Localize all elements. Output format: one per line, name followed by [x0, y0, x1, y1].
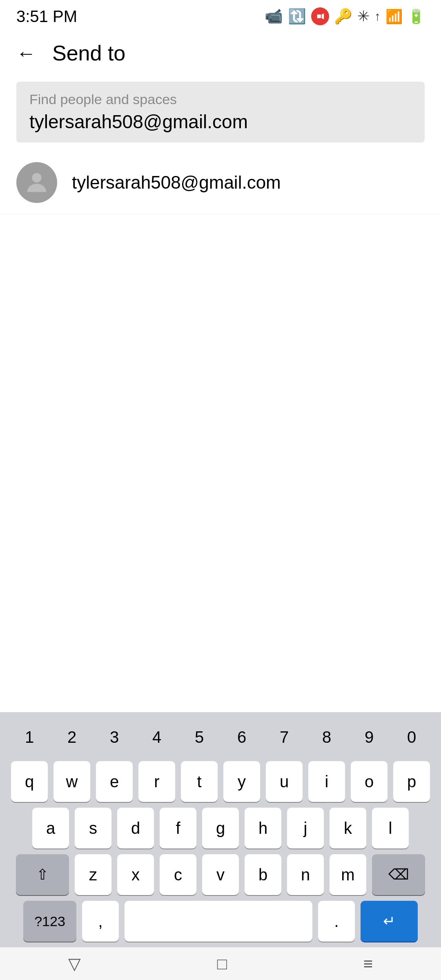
svg-point-2	[32, 173, 41, 183]
enter-key[interactable]: ↵	[361, 901, 418, 942]
key-e[interactable]: e	[96, 761, 133, 802]
battery-icon: 🔋	[408, 8, 425, 24]
keyboard[interactable]: 1 2 3 4 5 6 7 8 9 0 q w e r t y u i o p …	[0, 712, 441, 947]
nav-menu-icon[interactable]: ≡	[363, 955, 373, 973]
comma-key[interactable]: ,	[82, 901, 119, 942]
status-time: 3:51 PM	[16, 7, 77, 26]
key-8[interactable]: 8	[308, 719, 345, 755]
key-icon: 🔑	[334, 8, 352, 25]
key-m[interactable]: m	[330, 854, 366, 895]
keyboard-bottom-row: ?123 , . ↵	[0, 901, 441, 942]
search-placeholder: Find people and spaces	[29, 91, 412, 107]
key-p[interactable]: p	[393, 761, 430, 802]
shift-key[interactable]: ⇧	[16, 854, 69, 895]
key-o[interactable]: o	[351, 761, 388, 802]
signal-icon: ↑	[374, 9, 381, 23]
key-x[interactable]: x	[117, 854, 154, 895]
backspace-key[interactable]: ⌫	[372, 854, 425, 895]
back-button[interactable]: ←	[16, 42, 36, 65]
key-2[interactable]: 2	[53, 719, 90, 755]
record-icon	[311, 7, 329, 25]
key-f[interactable]: f	[160, 808, 196, 849]
video-call-icon: 📹	[265, 8, 283, 25]
key-k[interactable]: k	[330, 808, 366, 849]
content-area	[0, 215, 441, 460]
svg-marker-1	[322, 13, 324, 20]
key-n[interactable]: n	[287, 854, 324, 895]
status-icons: 📹 🔃 🔑 ✳ ↑ 📶 🔋	[265, 7, 425, 25]
key-w[interactable]: w	[53, 761, 90, 802]
key-9[interactable]: 9	[351, 719, 388, 755]
space-key[interactable]	[125, 901, 312, 942]
key-y[interactable]: y	[223, 761, 260, 802]
key-t[interactable]: t	[181, 761, 218, 802]
page-title: Send to	[52, 41, 125, 65]
key-i[interactable]: i	[308, 761, 345, 802]
keyboard-row1: q w e r t y u i o p	[0, 761, 441, 802]
key-h[interactable]: h	[245, 808, 281, 849]
search-input-value[interactable]: tylersarah508@gmail.com	[29, 111, 248, 132]
key-s[interactable]: s	[75, 808, 111, 849]
key-c[interactable]: c	[160, 854, 196, 895]
keyboard-number-row: 1 2 3 4 5 6 7 8 9 0	[0, 719, 441, 755]
nav-bar: ▽ □ ≡	[0, 947, 441, 980]
key-3[interactable]: 3	[96, 719, 133, 755]
key-g[interactable]: g	[202, 808, 239, 849]
numbers-key[interactable]: ?123	[23, 901, 76, 942]
key-a[interactable]: a	[32, 808, 69, 849]
svg-rect-0	[317, 14, 321, 18]
key-j[interactable]: j	[287, 808, 324, 849]
avatar	[16, 162, 57, 203]
key-1[interactable]: 1	[11, 719, 48, 755]
transfer-icon: 🔃	[288, 8, 306, 25]
key-0[interactable]: 0	[393, 719, 430, 755]
key-4[interactable]: 4	[138, 719, 175, 755]
key-7[interactable]: 7	[266, 719, 303, 755]
keyboard-row2: a s d f g h j k l	[0, 808, 441, 849]
search-container[interactable]: Find people and spaces tylersarah508@gma…	[16, 82, 425, 143]
nav-back-icon[interactable]: ▽	[68, 954, 81, 973]
key-l[interactable]: l	[372, 808, 409, 849]
header: ← Send to	[0, 33, 441, 74]
nav-home-icon[interactable]: □	[217, 955, 227, 973]
key-r[interactable]: r	[138, 761, 175, 802]
bluetooth-icon: ✳	[357, 8, 370, 25]
key-v[interactable]: v	[202, 854, 239, 895]
key-z[interactable]: z	[75, 854, 111, 895]
key-u[interactable]: u	[266, 761, 303, 802]
key-5[interactable]: 5	[181, 719, 218, 755]
key-d[interactable]: d	[117, 808, 154, 849]
status-bar: 3:51 PM 📹 🔃 🔑 ✳ ↑ 📶 🔋	[0, 0, 441, 33]
key-q[interactable]: q	[11, 761, 48, 802]
key-b[interactable]: b	[245, 854, 281, 895]
result-item[interactable]: tylersarah508@gmail.com	[0, 151, 441, 215]
result-email: tylersarah508@gmail.com	[72, 172, 281, 193]
key-6[interactable]: 6	[223, 719, 260, 755]
period-key[interactable]: .	[318, 901, 355, 942]
wifi-icon: 📶	[385, 8, 403, 24]
keyboard-row3: ⇧ z x c v b n m ⌫	[0, 854, 441, 895]
